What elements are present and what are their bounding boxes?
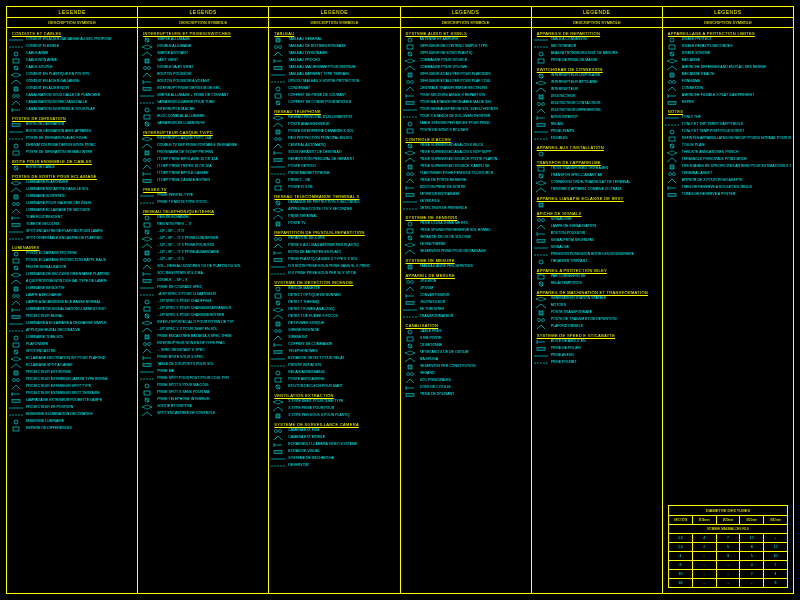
- legend-entry: DISJONCTEUR DIFFERENTIEL: [534, 108, 660, 114]
- legend-symbol-icon: [9, 65, 23, 71]
- svg-line-171: [273, 315, 278, 319]
- legend-entry: ECRAN DE VISUAL: [271, 449, 397, 455]
- legend-entry: ECLAIRAGE DECORATION INT POUR PLAFOND: [9, 356, 135, 362]
- legend-entry: COFFRET DE CONNE POUR MODULE: [271, 100, 397, 106]
- svg-line-246: [405, 358, 410, 362]
- svg-line-36: [11, 280, 16, 284]
- sub-header-row: DESCRIPTION SYMBOLE: [269, 18, 399, 28]
- svg-rect-143: [276, 130, 280, 134]
- legend-entry: PRISE-TEMPS: [534, 129, 660, 135]
- legend-entry: POSTE ECLAIRAGE PROTEGE: [9, 251, 135, 257]
- legend-description: SPOT ENCASTREE DE CONTROLE: [157, 411, 266, 416]
- legend-description: TOLLIE PLAIE: [682, 143, 791, 148]
- legend-description: COFFRET DE PRISE DE COURANT: [288, 93, 397, 98]
- legend-entry: KEYBD/FILE: [403, 199, 529, 205]
- table-cell: -: [717, 579, 741, 587]
- legend-description: PRISE VUPERVISED ANALOG X NOP SUPP: [420, 150, 529, 155]
- legend-description: POUR RESEAUX/PER DE SOL SVEN-THRONTR: [420, 107, 529, 112]
- legend-description: VARIATEUR LUMIERE POUR TUBE: [157, 100, 266, 105]
- legend-entry: POSTE ANALEG/DIGIKID: [271, 122, 397, 128]
- svg-point-212: [408, 122, 412, 126]
- legend-description: PRISE ENCASTREE BALNETA X SPEC THRM: [157, 334, 266, 339]
- legend-symbol-icon: [665, 164, 679, 170]
- svg-rect-93: [144, 223, 150, 227]
- legend-symbol-icon: [9, 215, 23, 221]
- legend-entry: DET FUMEE IONIQUE: [271, 321, 397, 327]
- legend-entry: TABLEAU PROCED.: [271, 58, 397, 64]
- legend-description: LAMPADAIRE EXTERIEUR POUBETTE LAMPE: [26, 398, 135, 403]
- legend-entry: CENTRALE TRANSFORM DE RECTEURS: [403, 86, 529, 92]
- table-row: 1.54712-: [669, 534, 787, 543]
- legend-symbol-icon: [9, 293, 23, 299]
- legend-description: PRISE SPLINID PIR RESERVE SOL HOMEC: [420, 228, 529, 233]
- table-cell: -: [693, 552, 717, 560]
- legend-description: BE THRUSTER: [420, 307, 529, 312]
- legend-description: DOUBLE TV DEP PRISE PORTABLE DEGRAINEE: [157, 143, 266, 148]
- legend-description: RELAI TEMPOROS: [551, 281, 660, 286]
- section-title: BOITE POUR ENSEMBLE DE CABLES: [9, 157, 135, 165]
- legend-description: KEYBOARD X DE DE ODOUM: [420, 350, 529, 355]
- svg-line-172: [278, 315, 283, 319]
- table-cell: -: [693, 561, 717, 569]
- legend-entry: SOUS REPARTIT DE DESIGNATI: [271, 150, 397, 156]
- legend-symbol-icon: [534, 108, 548, 114]
- legend-symbol-icon: [140, 114, 154, 120]
- legend-entry: SIGNALISE: [534, 245, 660, 251]
- svg-rect-138: [275, 94, 281, 98]
- legend-symbol-icon: [9, 136, 23, 142]
- legend-entry: CAMERA EXT MOBILE: [271, 435, 397, 441]
- legend-entry: DIFFUSEUR ECALL PER POUR PLAF COUL: [403, 79, 529, 85]
- legend-entry: MOTORS: [534, 303, 660, 309]
- legend-symbol-icon: [140, 355, 154, 361]
- legend-description: LUMINAIRE SUSPENDU: [26, 194, 135, 199]
- legend-description: BOUTON-POUSSOIR: [551, 231, 660, 236]
- svg-rect-248: [408, 365, 412, 369]
- legend-entry: DETECTEUR DE PRESENCE: [403, 206, 529, 212]
- legend-description: IT DEP PRISE BIPOLAIRE 10 OR 32A: [157, 157, 266, 162]
- legend-entry: BOUTON POUSSOIR A VOYANT: [140, 79, 266, 85]
- table-cell: 10: [669, 570, 693, 578]
- legend-symbol-icon: [271, 286, 285, 292]
- legend-description: CONNEXION ONDE-TRIANGULAT DE TERMINAL: [551, 180, 660, 185]
- legend-symbol-icon: [403, 178, 417, 184]
- legend-description: DETECT DE FUMEE X FOCUS: [288, 314, 397, 319]
- table-header-cell: Ø16mm: [693, 516, 717, 524]
- legend-symbol-icon: [9, 100, 23, 106]
- legend-entry: [534, 151, 660, 157]
- legend-description: SORTIE BT DISPOSE: [157, 404, 266, 409]
- table-cell: -: [693, 570, 717, 578]
- legend-symbol-icon: [140, 86, 154, 92]
- legend-symbol-icon: [403, 93, 417, 99]
- legend-description: BOITE DE ABON PER ES PLATO: [288, 250, 397, 255]
- legend-entry: TABLEAU BATIMENT TYPE TERRAIN: [271, 72, 397, 78]
- legend-entry: LAMPE DE SIGNALISATION: [534, 224, 660, 230]
- legend-entry: [534, 202, 660, 208]
- legend-symbol-icon: [403, 371, 417, 377]
- legend-description: TABLE DE X SUPORTS POUR SOL: [157, 362, 266, 367]
- legend-symbol-icon: [9, 265, 23, 271]
- section-title: APPAREIL LIANAPIE ECLANGE DE BRST: [534, 194, 660, 202]
- legend-description: PROJECTEUR MURAL: [26, 314, 135, 319]
- legend-entry: POUR MA ETANCE RECEVABLE MA DE SEL: [403, 100, 529, 106]
- legend-symbol-icon: [140, 157, 154, 163]
- svg-line-201: [405, 66, 410, 70]
- legend-entry: DETECT THERMIQ: [271, 300, 397, 306]
- legend-symbol-icon: [140, 178, 154, 184]
- legend-symbol-icon: [534, 173, 548, 179]
- legend-description: PROJECTEUR DE POSITION: [26, 405, 135, 410]
- svg-point-114: [144, 343, 147, 346]
- legend-description: CONDUIT FLEXIBLE: [26, 44, 135, 49]
- legend-symbol-icon: [403, 392, 417, 398]
- legend-entry: PROGRAMM DE TV DEP PROFEN: [140, 150, 266, 156]
- legend-description: X TYPE PER SOUS X POUR PLASTIQ: [288, 413, 397, 418]
- legend-description: ECLAIRAGE SPOT A CANNE: [26, 363, 135, 368]
- legend-entry: PRISE TELEPHONE INTERIEUR: [140, 397, 266, 403]
- legend-description: LAMPE A INCANDESCENCE BASSE NORMAL: [26, 300, 135, 305]
- svg-point-17: [14, 144, 18, 148]
- legend-symbol-icon: [403, 44, 417, 50]
- legend-description: DIFFUSEUR DE SONO PLASTIQ: [420, 51, 529, 56]
- svg-rect-258: [538, 59, 544, 63]
- svg-point-100: [148, 259, 151, 262]
- legend-entry: LAMPE A DECHARGE: [9, 293, 135, 299]
- legend-symbol-icon: [271, 207, 285, 213]
